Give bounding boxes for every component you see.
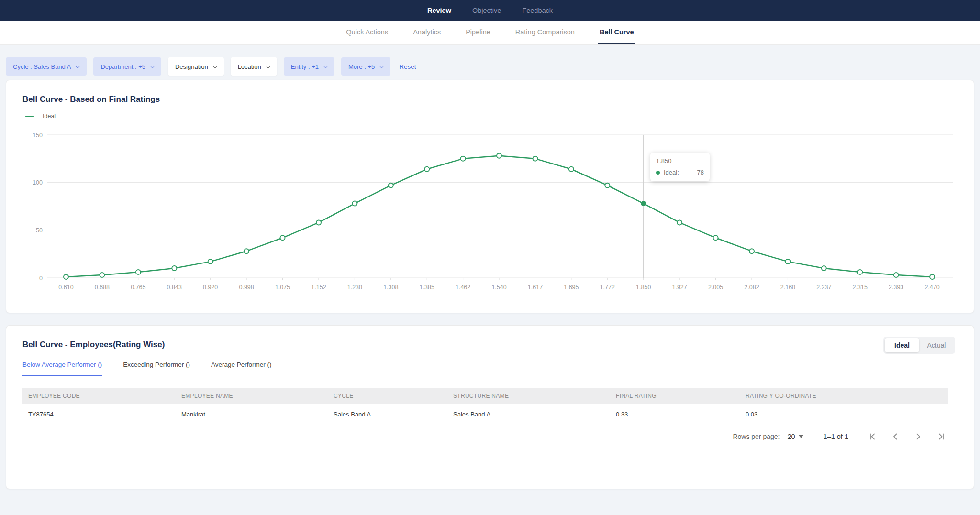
svg-text:50: 50 xyxy=(36,227,43,234)
previous-page-button[interactable] xyxy=(890,431,901,442)
reset-filters-link[interactable]: Reset xyxy=(399,63,416,70)
tab-quick-actions[interactable]: Quick Actions xyxy=(345,21,390,44)
svg-text:2.470: 2.470 xyxy=(924,284,939,291)
filter-designation-label: Designation xyxy=(175,63,208,70)
filter-location[interactable]: Location xyxy=(231,57,277,76)
table-header-row: EMPLOYEE CODE EMPLOYEE NAME CYCLE STRUCT… xyxy=(22,388,948,404)
cell-structure-name: Sales Band A xyxy=(447,404,610,425)
tab-rating-comparison[interactable]: Rating Comparison xyxy=(514,21,576,44)
svg-text:100: 100 xyxy=(33,179,43,186)
tab-analytics[interactable]: Analytics xyxy=(412,21,442,44)
svg-text:0.920: 0.920 xyxy=(203,284,218,291)
tooltip-series-dot xyxy=(656,171,660,175)
chart-title: Bell Curve - Based on Final Ratings xyxy=(22,95,160,104)
chevron-right-icon xyxy=(913,431,924,442)
filter-location-label: Location xyxy=(238,63,261,70)
svg-text:1.075: 1.075 xyxy=(275,284,290,291)
chart-plot-area[interactable]: 0501001500.6100.6880.7650.8430.9200.9981… xyxy=(6,126,975,303)
ideal-actual-toggle: Ideal Actual xyxy=(883,337,955,354)
filter-entity[interactable]: Entity : +1 xyxy=(284,57,334,76)
cell-final-rating: 0.33 xyxy=(610,404,740,425)
bell-curve-chart-card: Bell Curve - Based on Final Ratings Idea… xyxy=(6,80,974,313)
col-employee-name: EMPLOYEE NAME xyxy=(176,388,328,404)
svg-text:0.843: 0.843 xyxy=(167,284,182,291)
filter-more[interactable]: More : +5 xyxy=(341,57,390,76)
svg-text:2.005: 2.005 xyxy=(708,284,723,291)
filter-cycle[interactable]: Cycle : Sales Band A xyxy=(6,57,87,76)
toggle-actual[interactable]: Actual xyxy=(919,338,954,352)
tooltip-x-value: 1.850 xyxy=(656,157,704,164)
employees-card: Bell Curve - Employees(Rating Wise) Idea… xyxy=(6,325,974,489)
cell-employee-code: TY87654 xyxy=(22,404,176,425)
svg-text:1.462: 1.462 xyxy=(456,284,470,291)
filter-department[interactable]: Department : +5 xyxy=(93,57,161,76)
filter-more-label: More : +5 xyxy=(348,63,375,70)
tab-below-average-performer[interactable]: Below Average Performer () xyxy=(22,361,102,376)
col-rating-y-coordinate: RATING Y CO-ORDINATE xyxy=(740,388,948,404)
tooltip-series-label: Ideal: xyxy=(664,169,679,176)
last-page-button[interactable] xyxy=(935,431,947,442)
tab-pipeline[interactable]: Pipeline xyxy=(464,21,492,44)
svg-text:2.082: 2.082 xyxy=(744,284,759,291)
chevron-down-icon xyxy=(266,64,270,68)
top-nav-feedback[interactable]: Feedback xyxy=(522,7,553,14)
svg-text:2.237: 2.237 xyxy=(816,284,831,291)
employees-title: Bell Curve - Employees(Rating Wise) xyxy=(22,340,165,350)
svg-text:2.160: 2.160 xyxy=(780,284,795,291)
toggle-ideal[interactable]: Ideal xyxy=(885,338,919,352)
svg-text:1.152: 1.152 xyxy=(311,284,326,291)
first-page-button[interactable] xyxy=(867,431,878,442)
svg-text:2.393: 2.393 xyxy=(889,284,903,291)
chart-legend: Ideal xyxy=(25,113,56,120)
first-page-icon xyxy=(867,431,878,442)
rows-per-page-select[interactable]: 20 xyxy=(787,433,803,440)
cell-rating-y-coordinate: 0.03 xyxy=(740,404,948,425)
svg-text:0.765: 0.765 xyxy=(131,284,145,291)
col-final-rating: FINAL RATING xyxy=(610,388,740,404)
bell-curve-svg: 0501001500.6100.6880.7650.8430.9200.9981… xyxy=(6,126,975,298)
col-cycle: CYCLE xyxy=(328,388,447,404)
col-employee-code: EMPLOYEE CODE xyxy=(22,388,176,404)
top-nav: Review Objective Feedback xyxy=(0,0,980,21)
last-page-icon xyxy=(936,431,947,442)
svg-text:1.695: 1.695 xyxy=(564,284,579,291)
caret-down-icon xyxy=(799,435,803,438)
chart-tooltip: 1.850 Ideal: 78 xyxy=(650,153,710,181)
svg-text:0.610: 0.610 xyxy=(58,284,73,291)
filter-department-label: Department : +5 xyxy=(100,63,145,70)
performer-tabs: Below Average Performer () Exceeding Per… xyxy=(22,361,271,376)
tab-bell-curve[interactable]: Bell Curve xyxy=(598,21,635,44)
employees-table: EMPLOYEE CODE EMPLOYEE NAME CYCLE STRUCT… xyxy=(22,388,948,425)
filter-bar: Cycle : Sales Band A Department : +5 Des… xyxy=(6,57,980,76)
chevron-left-icon xyxy=(890,431,901,442)
svg-text:2.315: 2.315 xyxy=(853,284,868,291)
tab-exceeding-performer[interactable]: Exceeding Performer () xyxy=(123,361,190,376)
chevron-down-icon xyxy=(150,64,155,68)
svg-text:1.385: 1.385 xyxy=(420,284,434,291)
cell-cycle: Sales Band A xyxy=(328,404,447,425)
top-nav-objective[interactable]: Objective xyxy=(472,7,501,14)
filter-cycle-label: Cycle : Sales Band A xyxy=(13,63,71,70)
svg-text:1.540: 1.540 xyxy=(491,284,506,291)
next-page-button[interactable] xyxy=(913,431,924,442)
tab-average-performer[interactable]: Average Performer () xyxy=(211,361,272,376)
legend-ideal-swatch xyxy=(25,116,34,117)
table-row[interactable]: TY87654 Mankirat Sales Band A Sales Band… xyxy=(22,404,948,425)
rows-per-page-value: 20 xyxy=(787,433,795,440)
pagination-range: 1–1 of 1 xyxy=(824,433,848,440)
filter-designation[interactable]: Designation xyxy=(168,57,224,76)
svg-text:1.850: 1.850 xyxy=(636,284,651,291)
svg-text:1.308: 1.308 xyxy=(383,284,398,291)
svg-text:1.927: 1.927 xyxy=(672,284,687,291)
filter-entity-label: Entity : +1 xyxy=(291,63,319,70)
top-nav-review[interactable]: Review xyxy=(427,7,451,14)
rows-per-page-label: Rows per page: xyxy=(733,433,780,440)
svg-text:1.772: 1.772 xyxy=(600,284,615,291)
col-structure-name: STRUCTURE NAME xyxy=(447,388,610,404)
svg-text:0: 0 xyxy=(39,275,43,282)
sub-nav: Quick Actions Analytics Pipeline Rating … xyxy=(0,21,980,45)
legend-ideal-label: Ideal xyxy=(43,113,56,120)
svg-text:0.688: 0.688 xyxy=(95,284,110,291)
chevron-down-icon xyxy=(379,64,384,68)
cell-employee-name: Mankirat xyxy=(176,404,328,425)
